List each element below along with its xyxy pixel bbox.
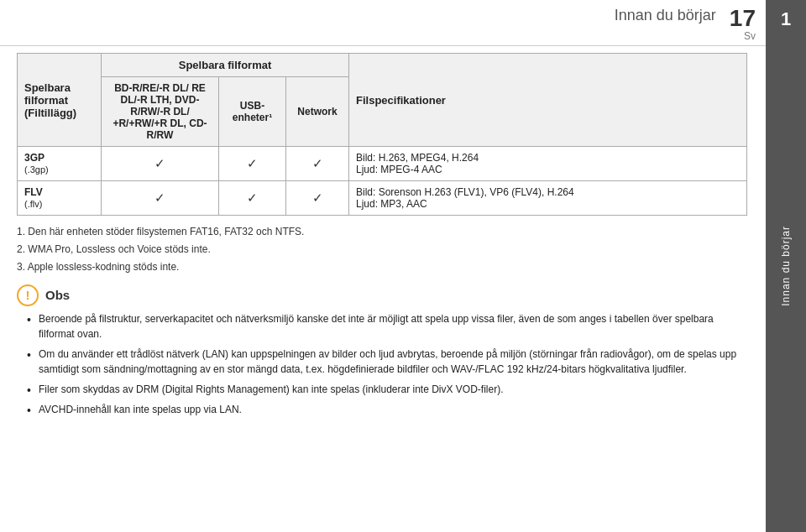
main-content: Spelbara filformat (Filtillägg) Spelbara… — [0, 46, 806, 429]
obs-title: Obs — [45, 288, 70, 302]
col-header-bd: BD-R/RE/-R DL/ RE DL/-R LTH, DVD-R/RW/-R… — [102, 77, 219, 147]
page-number: 17 — [730, 5, 756, 31]
cell-spec: Bild: H.263, MPEG4, H.264Ljud: MPEG-4 AA… — [349, 147, 747, 181]
cell-bd: ✓ — [102, 147, 219, 181]
obs-list: Beroende på filstruktur, serverkapacitet… — [17, 311, 747, 417]
col-header-group: Spelbara filformat — [102, 54, 349, 77]
col-header-format: Spelbara filformat (Filtillägg) — [18, 54, 102, 147]
spec-table: Spelbara filformat (Filtillägg) Spelbara… — [17, 53, 747, 216]
table-header-row-main: Spelbara filformat (Filtillägg) Spelbara… — [18, 54, 747, 77]
footnote: 2. WMA Pro, Lossless och Voice stöds int… — [17, 242, 747, 258]
page-number-block: 17 Sv — [730, 7, 756, 42]
table-body: 3GP(.3gp) ✓ ✓ ✓ Bild: H.263, MPEG4, H.26… — [18, 147, 747, 216]
cell-usb: ✓ — [219, 181, 286, 216]
col-header-spec: Filspecifikationer — [349, 54, 747, 147]
obs-item: Om du använder ett trådlöst nätverk (LAN… — [24, 347, 747, 377]
side-tab-number: 1 — [781, 8, 791, 30]
cell-format: FLV(.flv) — [18, 181, 102, 216]
obs-section: ! Obs Beroende på filstruktur, serverkap… — [17, 284, 747, 417]
obs-item: Beroende på filstruktur, serverkapacitet… — [24, 311, 747, 342]
page-header: Innan du börjar 17 Sv — [0, 0, 806, 46]
cell-usb: ✓ — [219, 147, 286, 181]
footnote: 3. Apple lossless-kodning stöds inte. — [17, 259, 747, 275]
cell-network: ✓ — [286, 147, 349, 181]
obs-icon: ! — [17, 284, 39, 306]
header-title: Innan du börjar — [615, 7, 716, 24]
table-row: FLV(.flv) ✓ ✓ ✓ Bild: Sorenson H.263 (FL… — [18, 181, 747, 216]
cell-network: ✓ — [286, 181, 349, 216]
obs-header: ! Obs — [17, 284, 747, 306]
col-header-network: Network — [286, 77, 349, 147]
col-header-usb: USB-enheter¹ — [219, 77, 286, 147]
table-row: 3GP(.3gp) ✓ ✓ ✓ Bild: H.263, MPEG4, H.26… — [18, 147, 747, 181]
obs-item: AVCHD-innehåll kan inte spelas upp via L… — [24, 402, 747, 417]
side-tab-label: Innan du börjar — [780, 226, 792, 306]
cell-bd: ✓ — [102, 181, 219, 216]
lang-code: Sv — [730, 30, 756, 42]
cell-format: 3GP(.3gp) — [18, 147, 102, 181]
footnotes: 1. Den här enheten stöder filsystemen FA… — [17, 224, 747, 276]
footnote: 1. Den här enheten stöder filsystemen FA… — [17, 224, 747, 240]
obs-item: Filer som skyddas av DRM (Digital Rights… — [24, 382, 747, 397]
side-tab: 1 Innan du börjar — [766, 0, 806, 532]
cell-spec: Bild: Sorenson H.263 (FLV1), VP6 (FLV4),… — [349, 181, 747, 216]
